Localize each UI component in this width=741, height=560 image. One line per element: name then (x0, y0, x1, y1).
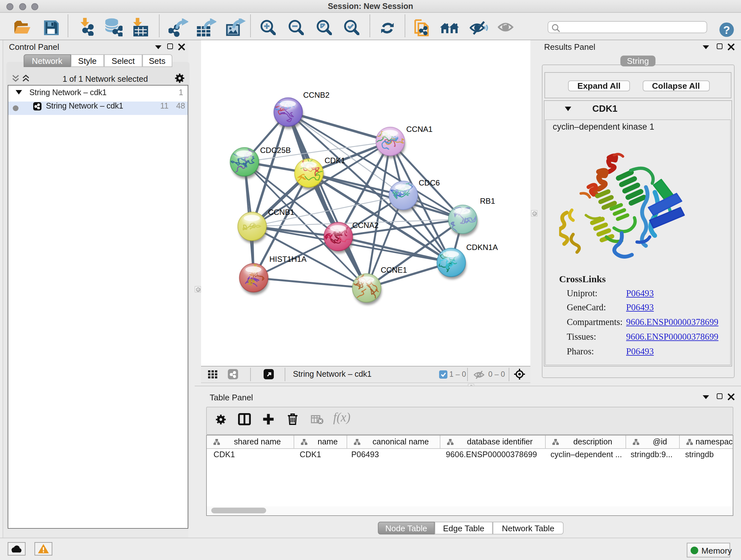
svg-text:CCNA1: CCNA1 (406, 125, 433, 133)
svg-text:HIST1H1A: HIST1H1A (269, 254, 307, 263)
svg-text:RB1: RB1 (480, 196, 495, 205)
svg-text:CCNB2: CCNB2 (303, 90, 330, 99)
svg-text:CDKN1A: CDKN1A (466, 243, 498, 251)
svg-text:CDC25B: CDC25B (260, 145, 291, 154)
svg-text:CCNE1: CCNE1 (381, 265, 407, 274)
svg-text:CDK1: CDK1 (325, 156, 345, 165)
svg-text:CCNA2: CCNA2 (352, 221, 379, 229)
svg-text:CDC6: CDC6 (419, 178, 440, 187)
svg-text:CCNB1: CCNB1 (268, 207, 294, 216)
svg-text:?: ? (723, 23, 730, 36)
